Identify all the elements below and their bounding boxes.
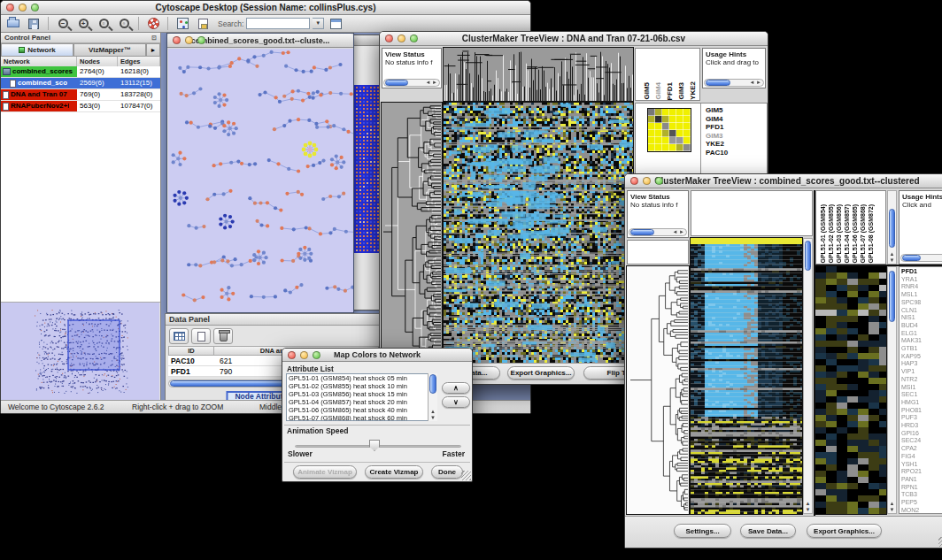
main-titlebar[interactable]: Cytoscape Desktop (Session Name: collins… bbox=[1, 1, 530, 15]
heatmap-vscrollbar[interactable]: ▲▼ bbox=[803, 238, 813, 514]
gene-label[interactable]: NTR2 bbox=[901, 376, 942, 384]
export-graphics-button[interactable]: Export Graphics... bbox=[807, 524, 882, 538]
gene-label[interactable]: PFD1 bbox=[706, 123, 766, 132]
close-icon[interactable] bbox=[173, 36, 181, 44]
network-table-row[interactable]: combined_scores 2764(0) 16218(0) bbox=[1, 66, 160, 78]
gene-label[interactable]: YSH1 bbox=[901, 461, 942, 469]
gene-label[interactable]: MSL1 bbox=[901, 291, 942, 299]
move-up-button[interactable]: ∧ bbox=[442, 382, 470, 394]
network-table-row[interactable]: combined_sco 2569(6) 13112(15) bbox=[1, 78, 160, 89]
gene-label[interactable]: MON2 bbox=[901, 507, 942, 514]
row-dendrogram-canvas[interactable] bbox=[382, 103, 442, 364]
gene-label[interactable]: GPI16 bbox=[901, 430, 942, 438]
network-overview-thumbnail[interactable] bbox=[1, 303, 159, 402]
gene-label[interactable]: SEC24 bbox=[901, 437, 942, 445]
close-icon[interactable] bbox=[385, 35, 393, 42]
slider-thumb[interactable] bbox=[369, 440, 380, 451]
modify-network-icon[interactable] bbox=[174, 16, 191, 32]
treeview-dna-titlebar[interactable]: ClusterMaker TreeView : DNA and Tran 07-… bbox=[380, 32, 768, 46]
search-input[interactable] bbox=[246, 18, 310, 29]
gene-label[interactable]: SEC1 bbox=[901, 391, 942, 399]
column-label[interactable]: GIM4 bbox=[654, 82, 662, 100]
view-status-hscrollbar[interactable]: ◄ ► bbox=[629, 228, 687, 236]
attribute-item[interactable]: GPL51-03 (GSM856) heat shock 15 min bbox=[287, 390, 436, 398]
column-label[interactable]: GPL51-01 (GSM854) bbox=[820, 204, 826, 264]
close-icon[interactable] bbox=[630, 177, 638, 185]
scrollbar-thumb[interactable] bbox=[706, 80, 730, 86]
scrollbar-arrows-icon[interactable]: ◄ ► bbox=[425, 80, 439, 86]
minimize-icon[interactable] bbox=[19, 4, 27, 12]
gene-label[interactable]: HRD3 bbox=[901, 422, 942, 430]
gene-label[interactable]: SPC98 bbox=[901, 299, 942, 307]
zoom-heatmap-vscrollbar[interactable]: ▲▼ bbox=[887, 266, 897, 514]
zoom-in-icon[interactable]: + bbox=[74, 16, 92, 32]
dense-network-canvas[interactable] bbox=[354, 85, 382, 253]
close-icon[interactable] bbox=[288, 351, 296, 359]
gene-label[interactable]: PAN1 bbox=[901, 476, 942, 484]
gene-label[interactable]: NIS1 bbox=[901, 314, 942, 322]
scrollbar-thumb[interactable] bbox=[889, 271, 895, 322]
heatmap-canvas[interactable] bbox=[691, 238, 802, 514]
attribute-item[interactable]: GPL51-07 (GSM868) heat shock 60 min bbox=[287, 414, 436, 421]
gene-label[interactable]: MSI1 bbox=[901, 384, 942, 392]
gene-label[interactable]: RNR4 bbox=[901, 283, 942, 291]
minimize-icon[interactable] bbox=[300, 351, 308, 359]
gene-label[interactable]: HMG1 bbox=[901, 399, 942, 407]
gene-label[interactable]: PAC10 bbox=[706, 149, 766, 157]
scrollbar-arrows-icon[interactable]: ▲▼ bbox=[804, 501, 812, 513]
gene-label[interactable]: BUD4 bbox=[901, 322, 942, 330]
gene-label[interactable]: YKE2 bbox=[706, 140, 766, 149]
gene-label[interactable]: GIM5 bbox=[706, 106, 766, 115]
done-button[interactable]: Done bbox=[431, 465, 463, 479]
network-view-titlebar[interactable]: combined_scores_good.txt--cluste... bbox=[167, 34, 353, 48]
network-table-row[interactable]: RNAPuberNov2+I 563(0) 107847(0) bbox=[1, 101, 160, 112]
gene-label[interactable]: PFD1 bbox=[901, 268, 942, 276]
tabs-overflow-icon[interactable]: ► bbox=[146, 43, 160, 57]
save-data-button[interactable]: Save Data... bbox=[740, 524, 796, 538]
zoom-out-icon[interactable]: − bbox=[54, 16, 72, 32]
minimize-icon[interactable] bbox=[185, 36, 193, 44]
treeview-combined-titlebar[interactable]: ClusterMaker TreeView : combined_scores_… bbox=[625, 174, 942, 188]
zoom-window-icon[interactable] bbox=[197, 36, 205, 44]
column-label[interactable]: GPL51-02 (GSM855) bbox=[828, 204, 834, 264]
tab-vizmapper[interactable]: VizMapper™ bbox=[73, 43, 146, 57]
zoom-window-icon[interactable] bbox=[313, 351, 320, 359]
zoom-window-icon[interactable] bbox=[655, 177, 663, 185]
resize-grip-icon[interactable] bbox=[461, 471, 471, 480]
gene-label[interactable]: TCB3 bbox=[901, 491, 942, 499]
column-label[interactable]: GPL51-08 (GSM872) bbox=[868, 204, 874, 264]
attribute-select-icon[interactable] bbox=[169, 328, 189, 344]
gene-label[interactable]: PEP5 bbox=[901, 499, 942, 507]
table-import-icon[interactable] bbox=[327, 16, 344, 32]
gene-label[interactable]: FIG4 bbox=[901, 453, 942, 461]
gene-label[interactable]: PUF3 bbox=[901, 414, 942, 422]
gene-label[interactable]: CPA2 bbox=[901, 445, 942, 453]
column-label[interactable]: GPL51-03 (GSM856) bbox=[836, 204, 842, 264]
export-graphics-button[interactable]: Export Graphics... bbox=[507, 366, 575, 380]
usage-hints-hscrollbar[interactable]: ◄ ► bbox=[704, 79, 764, 87]
attribute-item[interactable]: GPL51-01 (GSM854) heat shock 05 min bbox=[287, 374, 436, 382]
similarity-mini-heatmap[interactable] bbox=[648, 109, 691, 151]
background-network-window[interactable] bbox=[351, 35, 382, 311]
gene-label[interactable]: GTB1 bbox=[901, 345, 942, 353]
column-label[interactable]: YKE2 bbox=[689, 81, 697, 100]
heatmap-canvas[interactable] bbox=[444, 103, 633, 364]
background-network-titlebar[interactable] bbox=[352, 35, 382, 46]
usage-hints-hscrollbar[interactable] bbox=[900, 254, 942, 262]
gene-label[interactable]: PHO81 bbox=[901, 407, 942, 415]
gene-label[interactable]: GIM3 bbox=[706, 132, 766, 141]
zoom-heatmap-canvas[interactable] bbox=[815, 266, 886, 514]
annotation-icon[interactable] bbox=[194, 16, 212, 32]
help-icon[interactable] bbox=[144, 16, 162, 32]
animate-vizmap-button[interactable]: Animate Vizmap bbox=[293, 465, 357, 479]
scrollbar-thumb[interactable] bbox=[429, 374, 436, 394]
column-label[interactable]: PFD1 bbox=[666, 82, 674, 100]
new-attribute-icon[interactable] bbox=[191, 328, 211, 344]
column-label[interactable]: GIM5 bbox=[643, 82, 651, 100]
column-labels-vscrollbar[interactable]: ▲▼ bbox=[887, 190, 897, 265]
zoom-region-icon[interactable]: ▫ bbox=[95, 16, 112, 32]
gene-label[interactable]: MAK31 bbox=[901, 337, 942, 345]
scrollbar-arrows-icon[interactable]: ◄ ► bbox=[672, 229, 686, 235]
attribute-list-vscrollbar[interactable]: ▲▼ bbox=[428, 373, 437, 421]
column-dendrogram-canvas[interactable] bbox=[444, 48, 633, 101]
